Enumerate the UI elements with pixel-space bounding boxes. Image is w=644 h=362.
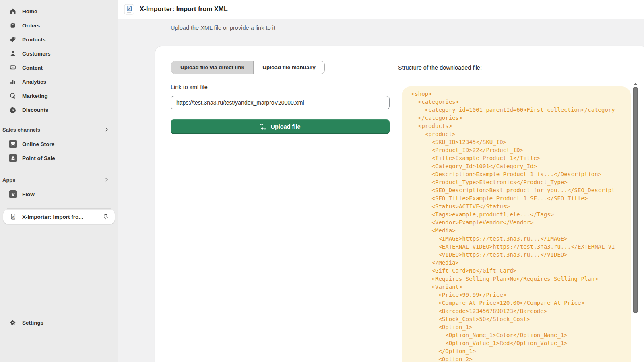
sidebar: Home Orders Products Customers Content A… (0, 0, 118, 362)
sidebar-item-label: Point of Sale (22, 155, 55, 161)
link-field-label: Link to xml file (171, 84, 208, 90)
sidebar-item-point-of-sale[interactable]: S Point of Sale (3, 152, 115, 165)
sidebar-item-label: Flow (22, 191, 35, 197)
tab-upload-via-link[interactable]: Upload file via direct link (171, 61, 254, 74)
gear-icon (9, 319, 17, 327)
online-store-icon (9, 140, 17, 148)
sidebar-divider (7, 208, 111, 209)
person-icon (9, 49, 17, 58)
sidebar-item-content[interactable]: Content (3, 61, 115, 74)
tab-upload-manually[interactable]: Upload file manually (254, 61, 324, 74)
orders-icon (9, 21, 17, 29)
page-subtitle: Upload the XML file or provide a link to… (171, 25, 275, 31)
x-importer-doc-icon: X (9, 213, 17, 221)
xml-content: <shop> <categories> <category id=1001 pa… (411, 90, 615, 362)
xml-clip-region: <shop> <categories> <category id=1001 pa… (411, 90, 615, 362)
sidebar-item-products[interactable]: Products (3, 33, 115, 46)
tag-icon (9, 35, 17, 43)
sidebar-item-x-importer[interactable]: X X-Importer: Import fro... (3, 210, 115, 224)
sidebar-item-label: Home (22, 8, 37, 14)
flow-icon (9, 190, 17, 198)
xml-structure-panel: <shop> <categories> <category id=1001 pa… (402, 86, 631, 362)
chevron-right-icon (103, 125, 111, 134)
upload-file-button[interactable]: Upload file (171, 119, 390, 134)
sidebar-item-marketing[interactable]: Marketing (3, 89, 115, 102)
upload-mode-tabs: Upload file via direct link Upload file … (171, 61, 325, 74)
sidebar-item-label: Online Store (22, 141, 54, 147)
sidebar-item-label: Customers (22, 51, 51, 57)
structure-title: Structure of the downloaded file: (398, 64, 482, 71)
pin-icon[interactable] (102, 213, 110, 221)
sidebar-item-flow[interactable]: Flow (3, 188, 115, 201)
sidebar-item-label: Settings (22, 320, 43, 326)
sidebar-item-settings[interactable]: Settings (3, 316, 115, 329)
sidebar-item-label: Analytics (22, 79, 46, 85)
scrollbar-up-arrow[interactable] (634, 83, 638, 85)
page-title: X-Importer: Import from XML (140, 6, 228, 13)
sidebar-item-label: Orders (22, 23, 40, 29)
sidebar-item-label: Marketing (22, 93, 48, 99)
discount-badge-icon (9, 106, 17, 114)
xml-link-input[interactable] (171, 96, 390, 109)
sidebar-item-label: Content (22, 65, 43, 71)
scrollbar-thumb[interactable] (633, 87, 638, 313)
sidebar-item-orders[interactable]: Orders (3, 19, 115, 32)
sidebar-item-discounts[interactable]: Discounts (3, 103, 115, 116)
section-label: Sales channels (2, 127, 40, 133)
target-cursor-icon (9, 92, 17, 100)
sidebar-item-label: X-Importer: Import fro... (22, 214, 97, 220)
sidebar-section-apps[interactable]: Apps (2, 174, 111, 186)
sidebar-item-home[interactable]: Home (3, 5, 115, 18)
svg-text:S: S (12, 157, 14, 160)
point-of-sale-icon: S (9, 154, 17, 162)
x-importer-app-icon: X (124, 4, 134, 15)
upload-button-label: Upload file (270, 123, 300, 130)
sidebar-item-analytics[interactable]: Analytics (3, 75, 115, 88)
sidebar-item-customers[interactable]: Customers (3, 47, 115, 60)
app-header: X X-Importer: Import from XML (118, 0, 644, 19)
sidebar-item-label: Discounts (22, 107, 48, 113)
folder-download-icon (260, 123, 267, 130)
section-label: Apps (2, 177, 16, 183)
sidebar-item-online-store[interactable]: Online Store (3, 138, 115, 150)
image-icon (9, 64, 17, 72)
svg-text:X: X (128, 6, 130, 10)
home-icon (9, 7, 17, 15)
bar-chart-icon (9, 78, 17, 86)
chevron-right-icon (103, 176, 111, 184)
sidebar-item-label: Products (22, 37, 46, 43)
sidebar-section-sales-channels[interactable]: Sales channels (2, 123, 111, 136)
svg-text:X: X (12, 215, 14, 218)
